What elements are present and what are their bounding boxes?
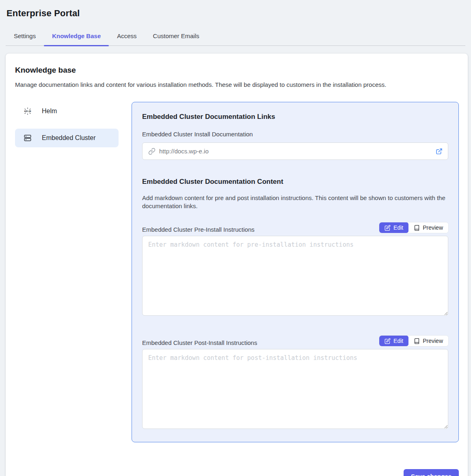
pre-install-label: Embedded Cluster Pre-Install Instruction… (142, 226, 255, 233)
post-install-edit-button[interactable]: Edit (379, 336, 408, 346)
page-header: Enterprise Portal Settings Knowledge Bas… (0, 0, 471, 46)
link-icon (148, 148, 156, 155)
external-link-icon[interactable] (436, 148, 443, 155)
post-install-label: Embedded Cluster Post-Install Instructio… (142, 339, 257, 346)
tab-settings[interactable]: Settings (6, 28, 44, 45)
page-title: Enterprise Portal (6, 8, 465, 19)
section-title: Knowledge base (15, 66, 459, 75)
pre-install-textarea[interactable] (142, 236, 448, 316)
tab-bar: Settings Knowledge Base Access Customer … (6, 28, 465, 46)
content-section-title: Embedded Cluster Documentation Content (142, 178, 448, 186)
post-install-textarea[interactable] (142, 349, 448, 429)
post-install-preview-button[interactable]: Preview (408, 336, 448, 346)
edit-pencil-icon (385, 338, 391, 344)
post-install-mode-toggle: Edit Preview (379, 336, 448, 346)
embedded-cluster-panel: Embedded Cluster Documentation Links Emb… (132, 102, 459, 442)
tab-access[interactable]: Access (109, 28, 145, 45)
install-doc-field (142, 142, 448, 160)
book-icon (414, 338, 420, 344)
save-changes-button[interactable]: Save changes (404, 469, 459, 476)
tab-knowledge-base[interactable]: Knowledge Base (44, 28, 109, 45)
knowledge-base-card: Knowledge base Manage documentation link… (6, 54, 468, 476)
install-method-sidebar: HELM Helm Embedded Cluster (15, 102, 119, 155)
tab-customer-emails[interactable]: Customer Emails (145, 28, 207, 45)
sidebar-item-embedded-cluster[interactable]: Embedded Cluster (15, 129, 119, 147)
sidebar-item-helm[interactable]: HELM Helm (15, 102, 119, 121)
install-doc-url-input[interactable] (142, 142, 448, 160)
edit-pencil-icon (385, 225, 391, 231)
sidebar-item-label: Embedded Cluster (42, 134, 96, 142)
helm-logo-icon: HELM (24, 107, 32, 115)
content-section-description: Add markdown content for pre and post in… (142, 194, 448, 210)
book-icon (414, 225, 420, 231)
pre-install-mode-toggle: Edit Preview (379, 222, 448, 233)
pre-install-edit-button[interactable]: Edit (379, 222, 408, 233)
section-subtitle: Manage documentation links and content f… (15, 81, 459, 88)
install-doc-label: Embedded Cluster Install Documentation (142, 131, 448, 138)
server-stack-icon (24, 134, 32, 142)
sidebar-item-label: Helm (42, 108, 57, 115)
pre-install-preview-button[interactable]: Preview (408, 222, 448, 233)
links-section-title: Embedded Cluster Documentation Links (142, 113, 448, 121)
svg-text:HELM: HELM (24, 110, 31, 112)
